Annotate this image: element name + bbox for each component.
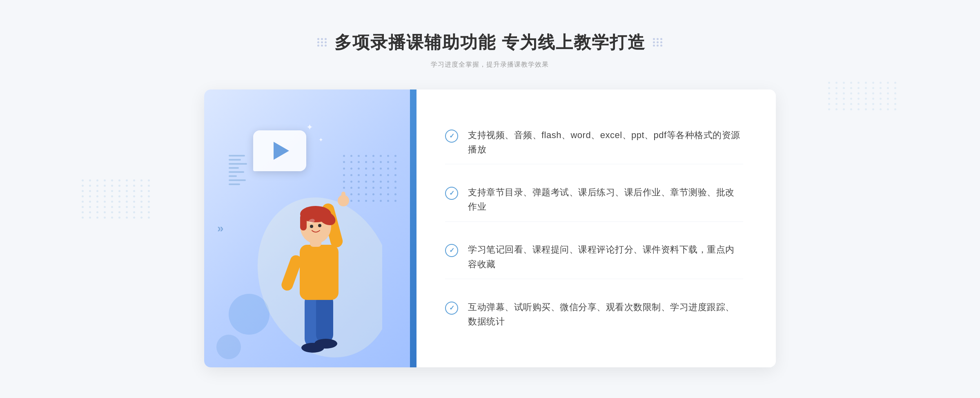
feature-text-1: 支持视频、音频、flash、word、excel、ppt、pdf等各种格式的资源… (468, 128, 743, 157)
title-dots-right (653, 38, 663, 47)
title-dots-left (317, 38, 327, 47)
check-icon-2: ✓ (445, 187, 458, 200)
check-mark-2: ✓ (449, 190, 454, 197)
person-illustration (252, 155, 382, 367)
check-icon-1: ✓ (445, 130, 458, 143)
bg-dots-left: for(let i=0;i<80;i++) document.currentSc… (82, 179, 152, 219)
dot-grid-right (653, 38, 663, 47)
feature-text-4: 互动弹幕、试听购买、微信分享、观看次数限制、学习进度跟踪、数据统计 (468, 300, 743, 329)
svg-rect-13 (300, 214, 307, 230)
subtitle: 学习进度全掌握，提升录播课教学效果 (431, 60, 549, 69)
check-icon-4: ✓ (445, 302, 458, 315)
svg-rect-5 (300, 245, 339, 300)
main-container: 多项录播课辅助功能 专为线上教学打造 学习进度全掌握，提升录播课教学效果 (204, 7, 776, 392)
content-area: for(let i=0;i<64;i++) document.currentSc… (204, 89, 776, 367)
svg-rect-9 (341, 192, 345, 204)
check-mark-3: ✓ (449, 247, 454, 254)
check-icon-3: ✓ (445, 244, 458, 257)
blue-vertical-bar (410, 89, 416, 367)
title-row: 多项录播课辅助功能 专为线上教学打造 (317, 31, 663, 54)
features-area: ✓ 支持视频、音频、flash、word、excel、ppt、pdf等各种格式的… (416, 89, 776, 367)
svg-rect-2 (316, 294, 333, 343)
sparkle-icon-2: ✦ (318, 136, 323, 143)
feature-text-3: 学习笔记回看、课程提问、课程评论打分、课件资料下载，重点内容收藏 (468, 242, 743, 271)
bg-dots-right: for(let i=0;i<60;i++) document.currentSc… (828, 82, 898, 110)
sparkle-icon-1: ✦ (306, 122, 313, 132)
feature-item-3: ✓ 学习笔记回看、课程提问、课程评论打分、课件资料下载，重点内容收藏 (445, 235, 743, 279)
feature-item-2: ✓ 支持章节目录、弹题考试、课后练习、课后作业、章节测验、批改作业 (445, 178, 743, 221)
feature-item-4: ✓ 互动弹幕、试听购买、微信分享、观看次数限制、学习进度跟踪、数据统计 (445, 293, 743, 336)
lines-decoration (229, 155, 249, 188)
svg-point-16 (318, 224, 321, 227)
illustration-area: for(let i=0;i<64;i++) document.currentSc… (204, 89, 416, 367)
circle-decoration-2 (216, 335, 241, 359)
dot-grid-left (317, 38, 327, 47)
main-title: 多项录播课辅助功能 专为线上教学打造 (334, 31, 646, 54)
check-mark-4: ✓ (449, 305, 454, 311)
feature-text-2: 支持章节目录、弹题考试、课后练习、课后作业、章节测验、批改作业 (468, 185, 743, 214)
svg-point-4 (314, 339, 337, 349)
svg-point-15 (310, 225, 313, 228)
feature-item-1: ✓ 支持视频、音频、flash、word、excel、ppt、pdf等各种格式的… (445, 121, 743, 164)
page-wrapper: for(let i=0;i<80;i++) document.currentSc… (0, 0, 980, 398)
check-mark-1: ✓ (449, 133, 454, 139)
header-section: 多项录播课辅助功能 专为线上教学打造 学习进度全掌握，提升录播课教学效果 (317, 31, 663, 69)
chevron-left-icon: » (217, 222, 224, 235)
